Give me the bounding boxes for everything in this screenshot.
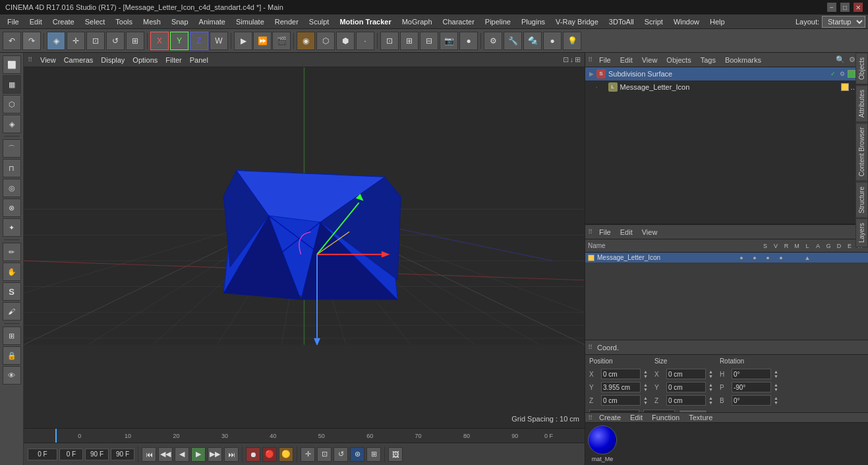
tc-key-btn[interactable]: 🟡 [279, 447, 293, 462]
vtab-content-browser[interactable]: Content Browser [855, 123, 868, 181]
tc-begin-btn[interactable]: ⏮ [142, 447, 156, 462]
menu-animate[interactable]: Animate [194, 16, 230, 27]
sidebar-grab-btn[interactable]: ✋ [3, 263, 21, 281]
move-btn[interactable]: ✛ [67, 32, 85, 50]
subdiv-check-icon[interactable]: ✓ [829, 70, 837, 78]
start-frame-input[interactable] [59, 449, 83, 460]
rp-up-arrow[interactable]: ▲ [774, 383, 778, 387]
menu-pipeline[interactable]: Pipeline [480, 16, 515, 27]
sx-down-arrow[interactable]: ▼ [709, 374, 713, 379]
obj-edit-btn[interactable]: Edit [618, 55, 635, 65]
sidebar-effector-btn[interactable]: ◎ [3, 179, 21, 197]
view-cam-btn[interactable]: 📷 [440, 32, 458, 50]
multiselect-btn[interactable]: ⊞ [126, 32, 144, 50]
sidebar-s-btn[interactable]: S [3, 282, 21, 301]
coord-mode-btn[interactable]: Coord. [594, 343, 622, 352]
viewport-3d[interactable]: Perspective [24, 67, 585, 428]
bp-view-btn[interactable]: View [639, 228, 660, 237]
subdiv-settings-icon[interactable]: ⚙ [838, 70, 846, 78]
obj-view-btn[interactable]: View [639, 55, 660, 65]
current-frame-input[interactable] [28, 449, 57, 460]
end-frame-input[interactable] [85, 449, 109, 460]
render-all-btn[interactable]: ⏩ [253, 32, 272, 50]
px-down-arrow[interactable]: ▼ [643, 374, 648, 379]
tc-next-btn[interactable]: ▶▶ [208, 447, 222, 462]
mat-function-btn[interactable]: Function [649, 413, 682, 422]
select-mode-btn[interactable]: ◈ [47, 32, 65, 50]
tc-play-btn[interactable]: ▶ [191, 447, 206, 462]
vtab-structure[interactable]: Structure [855, 182, 868, 218]
view-single-btn[interactable]: ⊡ [380, 32, 399, 50]
menu-character[interactable]: Character [438, 16, 479, 27]
snap2-btn[interactable]: 🔧 [504, 32, 522, 50]
mat-create-btn[interactable]: Create [596, 413, 623, 422]
tc-render-preview-btn[interactable]: 🖼 [388, 447, 403, 462]
vtab-objects[interactable]: Objects [855, 53, 868, 84]
px-up-arrow[interactable]: ▲ [643, 369, 648, 374]
rh-input[interactable] [732, 369, 771, 379]
render-view-btn[interactable]: ▶ [234, 32, 252, 50]
x-axis-btn[interactable]: X [150, 32, 169, 50]
menu-mesh[interactable]: Mesh [138, 16, 165, 27]
menu-select[interactable]: Select [80, 16, 110, 27]
sz-up-arrow[interactable]: ▲ [709, 396, 713, 400]
letter-color-swatch[interactable] [841, 83, 849, 91]
menu-edit[interactable]: Edit [25, 16, 47, 27]
menu-create[interactable]: Create [48, 16, 79, 27]
point-mode-btn[interactable]: · [356, 32, 374, 50]
world-coord-btn[interactable]: W [210, 32, 228, 50]
minimize-btn[interactable]: − [827, 3, 836, 12]
layout-select[interactable]: Startup [822, 16, 865, 28]
menu-help[interactable]: Help [705, 16, 730, 27]
sidebar-cube-btn[interactable]: ⬜ [3, 55, 21, 74]
menu-motion-tracker[interactable]: Motion Tracker [335, 16, 395, 27]
vp-menu-display[interactable]: Display [101, 56, 125, 64]
menu-sculpt[interactable]: Sculpt [304, 16, 334, 27]
maximize-btn[interactable]: □ [840, 3, 850, 12]
snap4-btn[interactable]: ● [543, 32, 562, 50]
sidebar-lock-btn[interactable]: 🔒 [3, 346, 21, 365]
edge-mode-btn[interactable]: ⬢ [336, 32, 355, 50]
sidebar-eye-btn[interactable]: 👁 [3, 366, 21, 385]
render-anim-btn[interactable]: 🎬 [272, 32, 291, 50]
undo-btn[interactable]: ↶ [3, 32, 21, 50]
sidebar-sculpt-btn[interactable]: 🖌 [3, 302, 21, 321]
object-row-subdivision[interactable]: ▶ S Subdivision Surface ✓ ⚙ … [585, 67, 868, 80]
rh-up-arrow[interactable]: ▲ [774, 369, 778, 374]
vp-menu-options[interactable]: Options [132, 56, 158, 64]
obj-bookmarks-btn[interactable]: Bookmarks [722, 55, 764, 65]
light-btn[interactable]: 💡 [563, 32, 581, 50]
menu-tools[interactable]: Tools [111, 16, 137, 27]
menu-plugins[interactable]: Plugins [517, 16, 550, 27]
z-axis-btn[interactable]: Z [190, 32, 208, 50]
polygon-mode-btn[interactable]: ⬡ [316, 32, 335, 50]
pz-input[interactable] [601, 395, 641, 406]
pz-down-arrow[interactable]: ▼ [643, 400, 648, 405]
sidebar-grid-btn[interactable]: ⊞ [3, 326, 21, 345]
sy-down-arrow[interactable]: ▼ [709, 387, 713, 392]
subdiv-color-swatch[interactable] [848, 70, 855, 78]
sidebar-nurbs-btn[interactable]: ⌒ [3, 139, 21, 158]
snap3-btn[interactable]: 🔩 [523, 32, 542, 50]
bp-file-btn[interactable]: File [596, 228, 614, 237]
scale-btn[interactable]: ⊡ [86, 32, 105, 50]
rb-up-arrow[interactable]: ▲ [774, 396, 778, 400]
sx-input[interactable] [666, 369, 706, 379]
rotate-btn[interactable]: ↺ [106, 32, 125, 50]
menu-render[interactable]: Render [270, 16, 303, 27]
py-down-arrow[interactable]: ▼ [643, 387, 648, 392]
vp-menu-filter[interactable]: Filter [165, 56, 181, 64]
sz-input[interactable] [666, 395, 706, 406]
obj-tags-btn[interactable]: Tags [698, 55, 718, 65]
tc-select-btn[interactable]: ⊡ [317, 447, 332, 462]
bp-edit-btn[interactable]: Edit [618, 228, 635, 237]
py-input[interactable] [601, 382, 641, 392]
object-row-letter-icon[interactable]: · L Message_Letter_Icon … [585, 80, 868, 94]
rb-input[interactable] [732, 395, 771, 406]
view-quad-btn[interactable]: ⊞ [400, 32, 419, 50]
tc-motion-btn[interactable]: ⊛ [350, 447, 364, 462]
obj-file-btn[interactable]: File [596, 55, 614, 65]
menu-simulate[interactable]: Simulate [231, 16, 269, 27]
object-mode-btn[interactable]: ◉ [297, 32, 315, 50]
vp-menu-view[interactable]: View [40, 56, 56, 64]
